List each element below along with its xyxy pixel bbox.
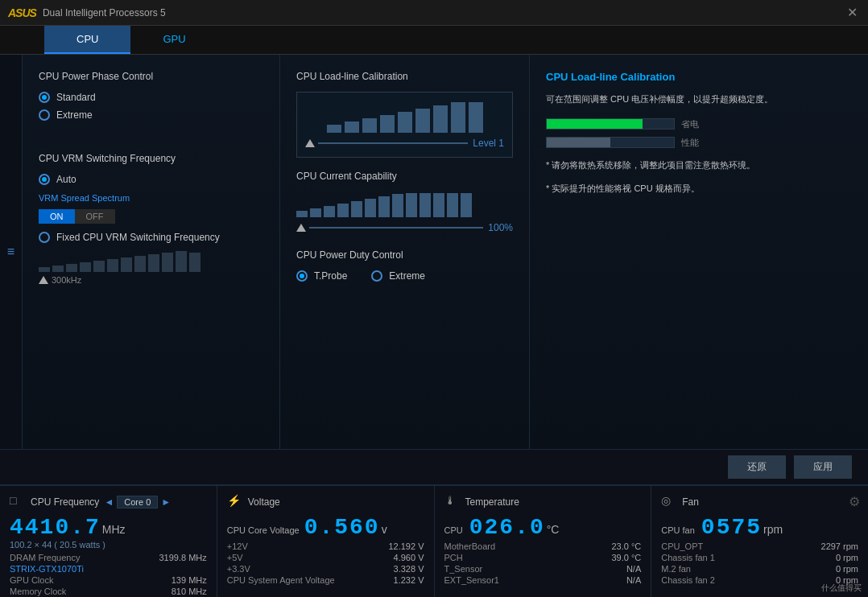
cpu-freq-value-row: 4410.7 MHz (10, 515, 207, 540)
radio-label-fixed: Fixed CPU VRM Switching Frequency (56, 232, 220, 243)
core-prev-arrow[interactable]: ◄ (104, 496, 114, 508)
middle-panel: CPU Load-line Calibration Level 1 CPU Cu… (280, 55, 530, 449)
freq-step-8 (134, 256, 146, 272)
calib-slider-thumb[interactable] (305, 139, 315, 147)
temp-value-area: CPU 026.0 °C (444, 515, 642, 540)
power-duty-radio-group: T.Probe Extreme (296, 270, 513, 288)
fan-title: Fan (682, 496, 699, 508)
calib-step-5 (398, 112, 412, 133)
core-nav: ◄ Core 0 ► (104, 496, 171, 508)
cpu-opt-value: 2297 rpm (821, 541, 858, 551)
tab-cpu[interactable]: CPU (44, 26, 130, 54)
gpu-name-link[interactable]: STRIX-GTX1070Ti (10, 564, 84, 574)
fan-value-area: CPU fan 0575 rpm (661, 515, 858, 540)
chassis-fan2-label: Chassis fan 2 (661, 575, 715, 585)
progress-bar-2 (546, 137, 675, 148)
fan-unit: rpm (763, 523, 783, 536)
extsensor-label: EXT_Sensor1 (444, 575, 499, 585)
cpu-freq-icon: □ (10, 494, 26, 510)
dram-freq-value: 3199.8 MHz (159, 553, 206, 562)
voltage-title: Voltage (248, 496, 280, 508)
right-panel: CPU Load-line Calibration 可在范围间调整 CPU 电压… (530, 55, 868, 449)
cap-step-5 (351, 201, 362, 217)
freq-step-10 (162, 253, 173, 272)
v5-row: +5V 4.960 V (227, 553, 424, 562)
fan-header: ◎ Fan (661, 494, 858, 510)
radio-label-extreme-duty: Extreme (389, 270, 425, 282)
tsensor-label: T_Sensor (444, 564, 483, 574)
temp-header: 🌡 Temperature (444, 494, 642, 510)
v33-label: +3.3V (227, 564, 250, 574)
motherboard-label: MotherBoard (444, 541, 496, 551)
apply-button[interactable]: 应用 (794, 455, 852, 479)
chassis-fan1-label: Chassis fan 1 (661, 553, 715, 562)
radio-label-extreme: Extreme (56, 109, 93, 121)
mem-clock-value: 810 MHz (172, 587, 207, 596)
cap-slider-thumb[interactable] (296, 224, 306, 232)
dram-freq-row: DRAM Frequency 3199.8 MHz (10, 553, 207, 562)
radio-auto[interactable]: Auto (39, 174, 263, 185)
left-panel: CPU Power Phase Control Standard Extreme… (23, 55, 280, 449)
pch-label: PCH (444, 553, 463, 562)
fan-panel: ◎ Fan CPU fan 0575 rpm CPU_OPT 2297 rpm … (651, 486, 868, 597)
radio-circle-extreme (39, 109, 50, 121)
vsa-value: 1.232 V (394, 575, 424, 585)
voltage-unit: v (382, 523, 387, 536)
freq-step-6 (107, 259, 118, 272)
cap-step-10 (420, 193, 431, 217)
progress-row-1: 省电 (546, 118, 852, 130)
cpu-freq-big-value: 4410.7 (10, 515, 101, 540)
return-button[interactable]: 还原 (728, 455, 786, 479)
toggle-off-button[interactable]: OFF (75, 209, 115, 224)
toggle-on-button[interactable]: ON (39, 209, 75, 224)
radio-tprobe[interactable]: T.Probe (296, 270, 347, 282)
vrm-switch-title: CPU VRM Switching Frequency (39, 153, 263, 164)
chassis-fan1-value: 0 rpm (836, 553, 858, 562)
cpu-freq-header: □ CPU Frequency ◄ Core 0 ► (10, 494, 207, 510)
cap-step-7 (378, 196, 390, 217)
tsensor-row: T_Sensor N/A (444, 564, 642, 574)
cap-steps (296, 191, 513, 217)
asus-logo: ASUS (8, 6, 36, 19)
freq-step-2 (52, 266, 64, 272)
extsensor-row: EXT_Sensor1 N/A (444, 575, 642, 585)
m2-fan-label: M.2 fan (661, 564, 691, 574)
radio-circle-standard (39, 92, 50, 103)
sidebar-arrow[interactable]: ≡ (0, 55, 23, 449)
freq-step-5 (93, 261, 105, 272)
v12-row: +12V 12.192 V (227, 541, 424, 551)
radio-standard[interactable]: Standard (39, 92, 263, 103)
info-title: CPU Load-line Calibration (546, 71, 852, 83)
motherboard-value: 23.0 °C (611, 541, 641, 551)
core-next-arrow[interactable]: ► (161, 496, 171, 508)
title-bar: ASUS Dual Intelligent Processors 5 ✕ (0, 0, 868, 26)
v12-value: 12.192 V (388, 541, 424, 551)
pch-value: 39.0 °C (611, 553, 641, 562)
radio-fixed[interactable]: Fixed CPU VRM Switching Frequency (39, 232, 263, 243)
cpu-freq-unit: MHz (102, 523, 126, 536)
temp-title: Temperature (465, 496, 519, 508)
radio-circle-tprobe (296, 270, 308, 282)
cpu-core-voltage-label: CPU Core Voltage (227, 525, 300, 535)
cap-step-8 (392, 194, 403, 217)
freq-step-3 (66, 264, 77, 272)
tab-gpu[interactable]: GPU (130, 26, 217, 54)
calib-step-6 (415, 109, 430, 133)
core-label: Core 0 (117, 496, 158, 508)
calib-step-4 (380, 115, 395, 133)
calib-step-7 (433, 105, 448, 133)
gear-icon[interactable]: ⚙ (849, 494, 860, 509)
calib-step-3 (362, 118, 377, 133)
m2-fan-value: 0 rpm (836, 564, 858, 574)
radio-extreme-duty[interactable]: Extreme (371, 270, 425, 282)
close-button[interactable]: ✕ (844, 5, 860, 20)
freq-step-9 (148, 254, 159, 272)
radio-extreme[interactable]: Extreme (39, 109, 263, 121)
v33-value: 3.328 V (394, 564, 424, 574)
freq-slider-thumb[interactable] (39, 276, 48, 284)
temp-icon: 🌡 (444, 494, 461, 510)
radio-circle-extreme-duty (371, 270, 382, 282)
current-cap-title: CPU Current Capability (296, 171, 513, 182)
extsensor-value: N/A (626, 575, 641, 585)
cap-value-label: 100% (488, 222, 513, 233)
